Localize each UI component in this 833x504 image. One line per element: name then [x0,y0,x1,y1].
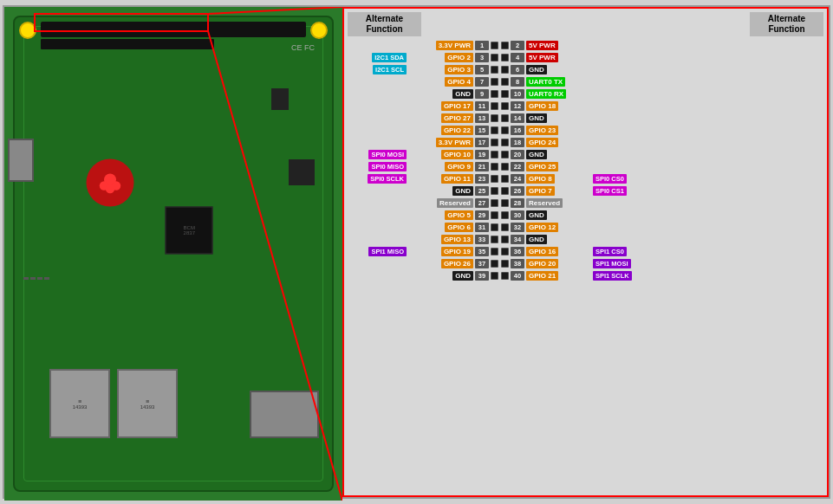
left-alt-badge: I2C1 SDA [346,53,407,62]
right-pin-label: GPIO 8 [526,174,591,184]
left-pin-label: GPIO 22 [408,126,473,135]
svg-line-5 [208,7,342,14]
raspberry-logo [86,159,133,207]
right-pin-label: 5V PWR [526,53,591,62]
pin-row: GND3940GPIO 21SPI1 SCLK [346,270,825,281]
right-pin-num: 26 [511,186,524,196]
right-alt-badge: SPI0 CS0 [593,174,654,184]
right-pin-label: GPIO 18 [526,101,591,111]
pin-row: GPIO 271314GND [346,113,825,124]
connector-pin-pair [491,126,509,134]
right-pin-label: GPIO 21 [526,271,591,281]
gpio-section: AlternateFunction AlternateFunction 3.3V… [342,7,829,497]
connector-pin-pair [491,199,509,207]
right-pin-num: 10 [511,89,524,99]
mounting-hole-right [310,22,328,39]
left-pin-label: GPIO 3 [408,65,473,74]
right-pin-num: 38 [511,259,524,268]
header-alt-func-left: AlternateFunction [348,12,421,36]
connector-pin-pair [491,223,509,231]
ce-mark: CE FC [291,43,315,52]
left-pin-num: 3 [475,53,489,62]
right-pin-label: GPIO 25 [526,162,591,171]
connector-pin-pair [491,54,509,61]
left-pin-num: 5 [475,65,489,74]
right-pin-num: 34 [511,235,524,244]
pin-row: GPIO 478UART0 TX [346,76,825,87]
right-pin-num: 28 [511,198,524,208]
left-pin-label: GPIO 6 [408,223,473,232]
connector-pin-pair [491,102,509,110]
pin-row: GPIO 52930GND [346,210,825,221]
right-pin-label: 5V PWR [526,41,591,50]
right-alt-badge: SPI1 CS0 [593,247,654,256]
ethernet-port [250,391,319,438]
left-pin-num: 13 [475,113,489,123]
connector-pin-pair [491,175,509,183]
usb-group: ≡ 14393 ≡ 14393 [49,369,178,438]
left-pin-label: GPIO 10 [408,150,473,159]
pin-row: 3.3V PWR125V PWR [346,40,825,51]
right-pin-label: GPIO 12 [526,223,591,232]
main-container: CE FC BCM2837 [3,5,830,499]
right-alt-badge: SPI1 SCLK [593,271,654,281]
left-pin-num: 39 [475,271,489,281]
connector-pin-pair [491,42,509,49]
right-pin-label: GPIO 7 [526,186,591,196]
left-alt-badge: SPI1 MISO [346,247,407,256]
right-pin-num: 22 [511,162,524,171]
pin-row: Reserved2728Reserved [346,197,825,209]
connector-pin-pair [491,272,509,280]
usb-port-2: ≡ 14393 [117,369,178,438]
right-pin-label: UART0 RX [526,89,591,99]
pin-row: 3.3V PWR1718GPIO 24 [346,137,825,148]
left-pin-label: GPIO 4 [408,77,473,87]
right-pin-num: 16 [511,126,524,135]
chip-small-2 [271,88,289,110]
left-pin-label: GPIO 13 [408,235,473,244]
left-pin-label: GND [408,271,473,281]
connector-pin-pair [491,163,509,171]
left-pin-num: 29 [475,210,489,220]
right-alt-badge: SPI0 CS1 [593,186,654,196]
display-connector [41,39,214,49]
header-alt-func-right: AlternateFunction [750,12,823,36]
left-pin-num: 17 [475,138,489,147]
right-pin-num: 32 [511,223,524,232]
connector-pin-pair [491,90,509,98]
right-pin-label: GND [526,113,591,123]
left-pin-num: 15 [475,126,489,135]
right-pin-num: 20 [511,150,524,159]
pin-row: GPIO 133334GND [346,234,825,245]
left-pin-label: GPIO 27 [408,113,473,123]
right-pin-num: 18 [511,138,524,147]
pcb-board: CE FC BCM2837 [13,16,334,492]
usb-port-1: ≡ 14393 [49,369,110,438]
left-alt-badge: SPI0 MISO [346,162,407,171]
right-pin-num: 14 [511,113,524,123]
left-pin-label: GND [408,186,473,196]
left-pin-num: 37 [475,259,489,268]
right-pin-label: GPIO 24 [526,138,591,147]
left-pin-label: GPIO 9 [408,162,473,171]
left-pin-label: GPIO 19 [408,247,473,256]
left-pin-label: Reserved [408,198,473,208]
svg-point-3 [106,184,115,194]
left-pin-label: GPIO 17 [408,101,473,111]
components [23,277,49,280]
connector-pin-pair [491,187,509,195]
right-pin-num: 6 [511,65,524,74]
left-pin-label: GPIO 26 [408,259,473,268]
pin-row: GPIO 263738GPIO 20SPI1 MOSI [346,258,825,269]
pin-row: SPI0 SCLKGPIO 112324GPIO 8SPI0 CS0 [346,173,825,184]
pin-row: GND2526GPIO 7SPI0 CS1 [346,185,825,197]
right-pin-num: 4 [511,53,524,62]
right-pin-label: GPIO 23 [526,126,591,135]
right-pin-label: GND [526,150,591,159]
gpio-header-row: AlternateFunction AlternateFunction [346,12,825,36]
right-pin-label: GPIO 20 [526,259,591,268]
pin-row: GPIO 63132GPIO 12 [346,222,825,233]
left-alt-badge: I2C1 SCL [346,65,407,74]
left-pin-label: GPIO 5 [408,210,473,220]
right-pin-num: 40 [511,271,524,281]
